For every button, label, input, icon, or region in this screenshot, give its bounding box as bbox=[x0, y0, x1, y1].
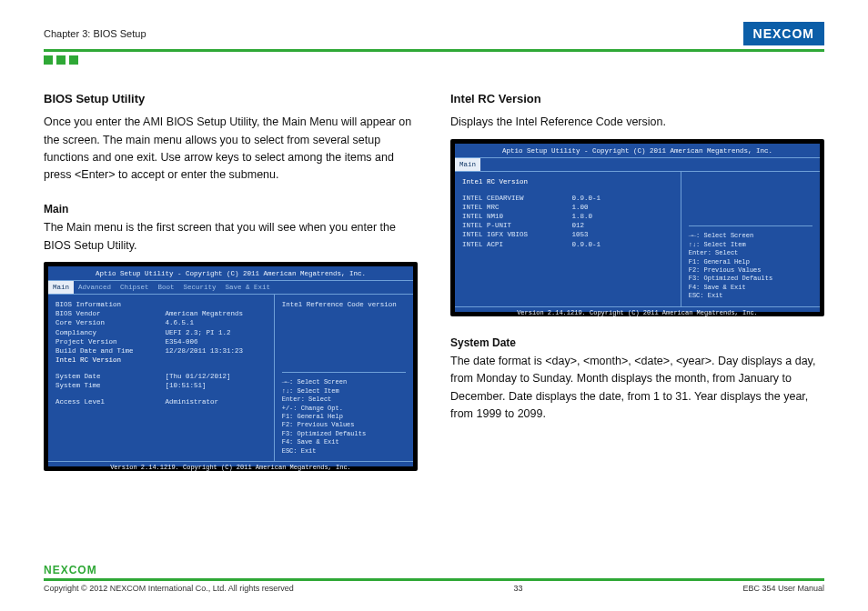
hk: F4: Save & Exit bbox=[689, 284, 812, 292]
subhead-main: Main bbox=[44, 201, 418, 218]
bios2-help-keys: →←: Select Screen ↑↓: Select Item Enter:… bbox=[689, 225, 812, 301]
subhead-system-date: System Date bbox=[450, 335, 824, 352]
footer-logo: NEXCOM bbox=[44, 564, 824, 576]
bios1-tab-boot: Boot bbox=[154, 281, 179, 294]
r: BIOS Information bbox=[56, 300, 165, 309]
bios1-footer: Version 2.14.1219. Copyright (C) 2011 Am… bbox=[48, 461, 413, 474]
r: INTEL CEDARVIEW bbox=[462, 194, 571, 203]
bios2-title: Aptio Setup Utility - Copyright (C) 2011… bbox=[455, 144, 820, 158]
hk: F3: Optimized Defaults bbox=[282, 430, 406, 438]
header-dots bbox=[44, 55, 824, 65]
hk: Enter: Select bbox=[689, 249, 812, 257]
intro-paragraph: Once you enter the AMI BIOS Setup Utilit… bbox=[44, 114, 418, 185]
hk: F1: General Help bbox=[282, 413, 406, 421]
r: 4.6.5.1 bbox=[165, 318, 266, 327]
hk: ESC: Exit bbox=[689, 292, 812, 300]
hk: F1: General Help bbox=[689, 258, 812, 266]
r: INTEL MRC bbox=[462, 203, 571, 212]
bios2-footer: Version 2.14.1219. Copyright (C) 2011 Am… bbox=[455, 306, 820, 319]
r: UEFI 2.3; PI 1.2 bbox=[165, 328, 266, 337]
bios1-tab-save: Save & Exit bbox=[221, 281, 276, 294]
hk: F2: Previous Values bbox=[689, 266, 812, 275]
r: 1.00 bbox=[571, 203, 672, 212]
r: System Time bbox=[56, 381, 165, 390]
r: 012 bbox=[571, 221, 672, 230]
hk: ↑↓: Select Item bbox=[282, 387, 406, 396]
hk: F2: Previous Values bbox=[282, 421, 406, 429]
bios1-rc-row: Intel RC Version bbox=[56, 356, 165, 365]
chapter-label: Chapter 3: BIOS Setup bbox=[44, 28, 146, 39]
bios1-help-keys: →←: Select Screen ↑↓: Select Item Enter:… bbox=[282, 372, 406, 456]
r: 1.8.0 bbox=[571, 212, 672, 221]
r: Build Date and Time bbox=[56, 346, 165, 356]
r: 1053 bbox=[571, 230, 672, 239]
r: INTEL NM10 bbox=[462, 212, 571, 221]
hk: F3: Optimized Defaults bbox=[689, 275, 812, 283]
footer-rule bbox=[44, 578, 824, 581]
section-title-bios: BIOS Setup Utility bbox=[44, 90, 418, 108]
bios-screenshot-main: Aptio Setup Utility - Copyright (C) 2011… bbox=[44, 262, 418, 471]
r: [Thu 01/12/2012] bbox=[165, 372, 266, 381]
bios2-tabs: Main bbox=[455, 158, 820, 171]
bios1-title: Aptio Setup Utility - Copyright (C) 2011… bbox=[48, 266, 413, 281]
bios1-help-top: Intel Reference Code version bbox=[282, 300, 406, 372]
bios1-tab-main: Main bbox=[48, 281, 74, 294]
r: Access Level bbox=[56, 397, 165, 406]
footer-page: 33 bbox=[514, 584, 523, 593]
footer-doc: EBC 354 User Manual bbox=[742, 584, 824, 593]
r: 12/28/2011 13:31:23 bbox=[165, 346, 266, 356]
bios2-tab-main: Main bbox=[455, 158, 480, 171]
bios1-tab-advanced: Advanced bbox=[74, 281, 116, 294]
bios2-rc-head: Intel RC Version bbox=[462, 177, 673, 186]
section-title-rc: Intel RC Version bbox=[450, 90, 824, 108]
r: 0.9.0-1 bbox=[571, 194, 672, 203]
header-rule bbox=[44, 49, 824, 52]
footer-copyright: Copyright © 2012 NEXCOM International Co… bbox=[44, 584, 294, 593]
r: [10:51:51] bbox=[165, 381, 266, 390]
r: Compliancy bbox=[56, 328, 165, 337]
r: E354-006 bbox=[165, 337, 266, 346]
bios1-tabs: Main Advanced Chipset Boot Security Save… bbox=[48, 281, 413, 294]
main-paragraph: The Main menu is the first screen that y… bbox=[44, 219, 418, 255]
hk: ESC: Exit bbox=[282, 447, 406, 456]
brand-logo: NE COM NEXCOM bbox=[743, 22, 824, 45]
r bbox=[165, 300, 266, 309]
bios1-tab-security: Security bbox=[179, 281, 221, 294]
bios-screenshot-rc: Aptio Setup Utility - Copyright (C) 2011… bbox=[450, 139, 824, 316]
r: Administrator bbox=[165, 397, 266, 406]
r: INTEL ACPI bbox=[462, 240, 571, 249]
hk: →←: Select Screen bbox=[282, 378, 406, 386]
r: Project Version bbox=[56, 337, 165, 346]
r: American Megatrends bbox=[165, 309, 266, 318]
r: INTEL P-UNIT bbox=[462, 221, 571, 230]
hk: →←: Select Screen bbox=[689, 232, 812, 240]
r: Core Version bbox=[56, 318, 165, 327]
hk: ↑↓: Select Item bbox=[689, 241, 812, 249]
system-date-paragraph: The date format is <day>, <month>, <date… bbox=[450, 353, 824, 424]
hk: Enter: Select bbox=[282, 396, 406, 404]
r: INTEL IGFX VBIOS bbox=[462, 230, 571, 239]
r: 0.9.0-1 bbox=[571, 240, 672, 249]
r bbox=[165, 356, 266, 365]
bios1-tab-chipset: Chipset bbox=[116, 281, 154, 294]
rc-paragraph: Displays the Intel Reference Code versio… bbox=[450, 114, 824, 131]
hk: F4: Save & Exit bbox=[282, 438, 406, 446]
r: BIOS Vendor bbox=[56, 309, 165, 318]
r: System Date bbox=[56, 372, 165, 381]
hk: +/-: Change Opt. bbox=[282, 405, 406, 413]
